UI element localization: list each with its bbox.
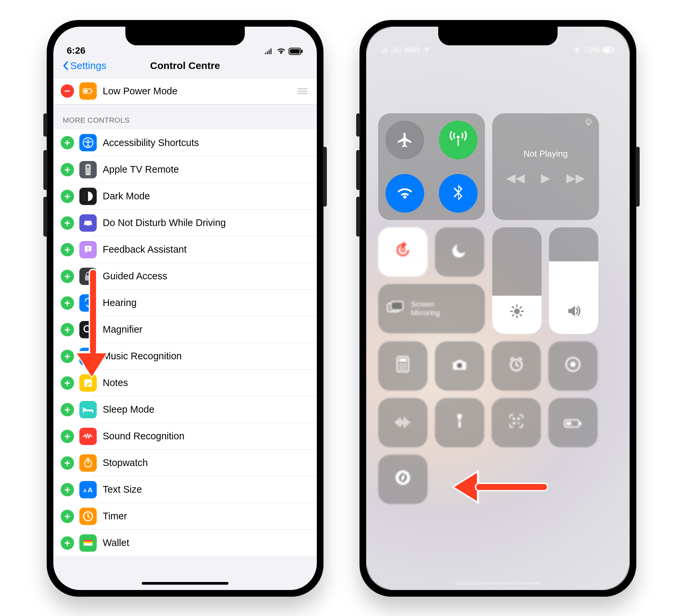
list-item[interactable]: +Dark Mode [92, 183, 317, 209]
svg-point-38 [514, 308, 519, 314]
svg-rect-1 [290, 49, 300, 54]
list-item[interactable]: +Accessibility Shortcuts [54, 129, 317, 156]
nav-bar: Settings Control Centre [54, 57, 317, 77]
add-button[interactable]: + [61, 510, 74, 523]
now-playing-tile[interactable]: Not Playing ◀◀ ▶ ▶▶ [492, 113, 599, 220]
cellular-icon [264, 47, 274, 56]
status-indicators [264, 47, 303, 56]
volume-slider[interactable] [549, 227, 598, 334]
now-playing-label: Not Playing [524, 149, 568, 159]
list-item[interactable]: +Apple TV Remote [92, 156, 317, 183]
timer-icon [79, 508, 97, 525]
add-button[interactable]: + [61, 136, 74, 149]
back-button[interactable]: Settings [63, 60, 106, 71]
list-item[interactable]: +Guided Access [92, 263, 317, 289]
next-track-button[interactable]: ▶▶ [566, 171, 585, 185]
list-item-label: Accessibility Shortcuts [103, 137, 199, 148]
add-button[interactable]: + [61, 243, 74, 256]
add-button[interactable]: + [61, 163, 74, 176]
brightness-slider[interactable] [492, 227, 541, 334]
wallet-icon [79, 534, 97, 552]
section-header: MORE CONTROLS [54, 105, 317, 129]
svg-rect-18 [88, 250, 89, 251]
phone-frame-right: Jio WiFi 73% [360, 20, 636, 597]
bed-icon [79, 401, 97, 418]
list-item[interactable]: +Wallet [92, 529, 317, 556]
play-button[interactable]: ▶ [541, 171, 550, 185]
wifi-icon [396, 187, 414, 200]
remote-icon [79, 161, 97, 178]
svg-text:A: A [88, 486, 93, 493]
airplane-icon [396, 131, 413, 149]
add-button[interactable]: + [61, 536, 74, 550]
list-item-label: Hearing [103, 297, 137, 308]
speaker-icon [565, 303, 582, 323]
list-item[interactable]: +AAText Size [92, 476, 317, 503]
add-button[interactable]: + [61, 403, 74, 416]
list-item[interactable]: +Do Not Disturb While Driving [92, 209, 317, 236]
wifi-toggle[interactable] [386, 174, 424, 213]
cellular-data-toggle[interactable] [439, 121, 477, 159]
stopwatch-icon [79, 454, 97, 472]
battery-icon [289, 47, 303, 56]
add-button[interactable]: + [61, 430, 74, 443]
svg-rect-10 [86, 170, 88, 171]
textsize-icon: AA [79, 481, 97, 498]
antenna-icon [450, 131, 467, 149]
list-item-label: Text Size [103, 484, 142, 495]
control-center-screen: Jio WiFi 73% [366, 27, 629, 590]
svg-rect-29 [83, 542, 92, 543]
list-item[interactable]: +Timer [92, 503, 317, 529]
list-item[interactable]: +Magnifier [92, 316, 317, 343]
prev-track-button[interactable]: ◀◀ [506, 171, 525, 185]
add-button[interactable]: + [61, 483, 74, 496]
included-controls-list: − Low Power Mode [54, 77, 317, 105]
svg-point-7 [87, 139, 89, 141]
airplay-icon[interactable] [584, 118, 593, 129]
add-button[interactable]: + [61, 190, 74, 203]
list-item[interactable]: +Music Recognition [92, 343, 317, 369]
list-item-label: Dark Mode [103, 191, 150, 202]
svg-rect-5 [92, 90, 93, 92]
list-item-label: Magnifier [103, 324, 143, 335]
sun-icon [509, 304, 525, 323]
svg-rect-22 [84, 379, 92, 387]
list-item[interactable]: +Hearing [92, 289, 317, 316]
list-item-label: Feedback Assistant [103, 244, 187, 255]
airplane-mode-toggle[interactable] [386, 121, 424, 159]
list-item[interactable]: +Sleep Mode [92, 396, 317, 423]
svg-point-34 [587, 120, 590, 123]
drag-handle-icon[interactable] [297, 88, 310, 94]
list-item[interactable]: +Sound Recognition [92, 423, 317, 449]
list-item-label: Notes [103, 377, 128, 388]
list-item-label: Music Recognition [103, 351, 182, 362]
phone-frame-left: 6:26 Settings Control Centre − Low Power… [47, 20, 323, 597]
list-item[interactable]: +Stopwatch [92, 449, 317, 476]
annotation-arrow-down [89, 269, 106, 377]
svg-text:A: A [83, 488, 87, 493]
list-item-label: Timer [103, 511, 127, 522]
wave-icon [79, 428, 97, 445]
list-item-label: Guided Access [103, 271, 167, 282]
add-button[interactable]: + [61, 323, 74, 336]
home-indicator[interactable] [142, 582, 229, 585]
list-item[interactable]: − Low Power Mode [54, 78, 317, 104]
svg-rect-2 [301, 50, 303, 53]
add-button[interactable]: + [61, 216, 74, 230]
bluetooth-toggle[interactable] [439, 174, 477, 213]
list-item-label: Stopwatch [103, 457, 148, 468]
add-button[interactable]: + [61, 376, 74, 390]
car-icon [79, 214, 97, 232]
connectivity-tile[interactable] [378, 113, 485, 220]
feedback-icon [79, 241, 97, 258]
add-button[interactable]: + [61, 350, 74, 363]
wifi-icon [276, 47, 286, 56]
remove-button[interactable]: − [61, 84, 74, 98]
battery-icon [79, 82, 97, 100]
list-item[interactable]: +Notes [92, 369, 317, 396]
add-button[interactable]: + [61, 296, 74, 310]
add-button[interactable]: + [61, 270, 74, 283]
list-item[interactable]: +Feedback Assistant [92, 236, 317, 263]
home-indicator[interactable] [454, 582, 541, 585]
add-button[interactable]: + [61, 456, 74, 470]
